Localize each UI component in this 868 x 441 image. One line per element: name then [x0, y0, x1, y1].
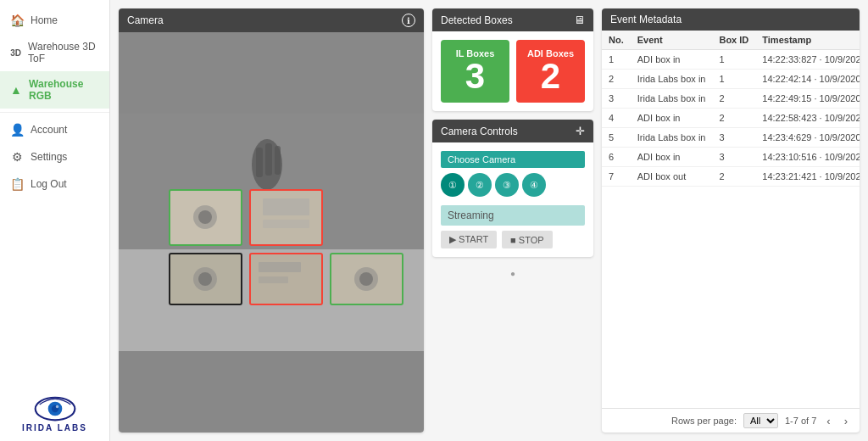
table-cell-box_id: 3 — [712, 148, 755, 167]
table-row: 4ADI box in214:22:58:423 · 10/9/2020 — [602, 109, 860, 128]
move-icon: ✛ — [576, 125, 585, 137]
dot-indicator: ● — [432, 265, 593, 282]
col-timestamp: Timestamp — [755, 31, 860, 50]
svg-rect-16 — [263, 198, 309, 215]
table-cell-no: 3 — [602, 89, 631, 109]
rows-per-page-label: Rows per page: — [671, 416, 737, 426]
camera-btn-2[interactable]: ② — [468, 173, 492, 197]
screen-icon: 🖥 — [574, 14, 585, 26]
home-icon: 🏠 — [10, 14, 24, 27]
content-area: Camera ℹ — [110, 0, 868, 441]
event-metadata-panel: Event Metadata No. Event Box ID Timestam… — [602, 8, 860, 433]
table-cell-timestamp: 14:23:10:516 · 10/9/2020 — [755, 148, 860, 167]
adi-boxes-card: ADI Boxes 2 — [516, 40, 585, 103]
camera-btn-4[interactable]: ④ — [522, 173, 546, 197]
table-cell-event: ADI box in — [631, 109, 713, 128]
camera-title: Camera — [127, 14, 164, 26]
table-cell-no: 2 — [602, 70, 631, 89]
adi-boxes-count: 2 — [541, 59, 560, 94]
rows-per-page-select[interactable]: All 5 10 — [743, 413, 778, 428]
table-cell-timestamp: 14:23:21:421 · 10/9/2020 — [755, 167, 860, 187]
sidebar-label-logout: Log Out — [31, 178, 67, 190]
camera-buttons: ① ② ③ ④ — [441, 173, 585, 197]
sidebar: 🏠 Home 3D Warehouse 3D ToF ▲ Warehouse R… — [0, 0, 110, 441]
svg-point-25 — [359, 272, 373, 286]
event-table-header-row: No. Event Box ID Timestamp — [602, 31, 860, 50]
sidebar-label-warehousergb: Warehouse RGB — [29, 78, 99, 102]
table-cell-event: ADI box in — [631, 50, 713, 70]
svg-rect-9 — [275, 146, 281, 175]
settings-icon: ⚙ — [10, 150, 24, 164]
camera-btn-1[interactable]: ① — [441, 173, 465, 197]
sidebar-label-settings: Settings — [31, 151, 67, 163]
prev-page-button[interactable]: ‹ — [823, 414, 833, 428]
sidebar-item-logout[interactable]: 📋 Log Out — [0, 170, 109, 198]
sidebar-item-account[interactable]: 👤 Account — [0, 116, 109, 143]
table-cell-event: Irida Labs box in — [631, 128, 713, 148]
table-cell-box_id: 1 — [712, 70, 755, 89]
sidebar-item-home[interactable]: 🏠 Home — [0, 7, 109, 34]
table-cell-box_id: 2 — [712, 89, 755, 109]
svg-rect-14 — [250, 190, 322, 245]
svg-rect-7 — [256, 148, 263, 177]
3d-icon: 3D — [10, 46, 21, 59]
sidebar-item-settings[interactable]: ⚙ Settings — [0, 143, 109, 170]
table-cell-no: 4 — [602, 109, 631, 128]
table-cell-timestamp: 14:22:49:15 · 10/9/2020 — [755, 89, 860, 109]
camera-controls-header: Camera Controls ✛ — [432, 120, 593, 142]
sidebar-item-warehousergb[interactable]: ▲ Warehouse RGB — [0, 71, 109, 109]
table-cell-no: 1 — [602, 50, 631, 70]
event-table-container: No. Event Box ID Timestamp 1ADI box in11… — [602, 31, 860, 408]
logout-icon: 📋 — [10, 177, 24, 191]
camera-panel-header: Camera ℹ — [119, 8, 424, 32]
event-table-body: 1ADI box in114:22:33:827 · 10/9/20202Iri… — [602, 50, 860, 187]
svg-point-29 — [198, 272, 212, 286]
event-metadata-header: Event Metadata — [602, 8, 860, 31]
sidebar-label-home: Home — [31, 14, 58, 26]
logo-area: IRIDA LABS — [0, 383, 109, 441]
sidebar-divider — [0, 112, 109, 113]
triangle-icon: ▲ — [10, 83, 22, 97]
il-boxes-card: IL Boxes 3 — [441, 40, 509, 103]
logo-text: IRIDA LABS — [22, 423, 87, 433]
col-event: Event — [631, 31, 713, 50]
table-row: 3Irida Labs box in214:22:49:15 · 10/9/20… — [602, 89, 860, 109]
table-cell-timestamp: 14:23:4:629 · 10/9/2020 — [755, 128, 860, 148]
sidebar-item-warehouse3d[interactable]: 3D Warehouse 3D ToF — [0, 34, 109, 71]
account-icon: 👤 — [10, 123, 24, 137]
start-button[interactable]: ▶ START — [441, 231, 497, 248]
right-panels: Detected Boxes 🖥 IL Boxes 3 ADI Boxes 2 — [432, 8, 593, 433]
next-page-button[interactable]: › — [841, 414, 851, 428]
table-cell-no: 5 — [602, 128, 631, 148]
main-content: Camera ℹ — [110, 0, 868, 441]
table-cell-event: ADI box out — [631, 167, 713, 187]
sidebar-label-warehouse3d: Warehouse 3D ToF — [28, 41, 99, 64]
table-cell-box_id: 2 — [712, 109, 755, 128]
event-table-head: No. Event Box ID Timestamp — [602, 31, 860, 50]
camera-btn-3[interactable]: ③ — [495, 173, 519, 197]
page-info: 1-7 of 7 — [785, 416, 816, 426]
col-no: No. — [602, 31, 631, 50]
boxes-grid: IL Boxes 3 ADI Boxes 2 — [432, 31, 593, 111]
camera-controls-panel: Camera Controls ✛ Choose Camera ① ② ③ ④ … — [432, 120, 593, 257]
table-cell-box_id: 3 — [712, 128, 755, 148]
streaming-label: Streaming — [441, 205, 585, 226]
table-cell-timestamp: 14:22:42:14 · 10/9/2020 — [755, 70, 860, 89]
camera-feed — [119, 32, 424, 433]
col-boxid: Box ID — [712, 31, 755, 50]
sidebar-label-account: Account — [31, 124, 67, 136]
camera-content — [119, 32, 424, 433]
table-row: 7ADI box out214:23:21:421 · 10/9/2020 — [602, 167, 860, 187]
controls-body: Choose Camera ① ② ③ ④ Streaming ▶ START … — [432, 142, 593, 257]
detected-boxes-panel: Detected Boxes 🖥 IL Boxes 3 ADI Boxes 2 — [432, 8, 593, 111]
table-cell-timestamp: 14:22:58:423 · 10/9/2020 — [755, 109, 860, 128]
table-cell-box_id: 2 — [712, 167, 755, 187]
il-boxes-count: 3 — [465, 59, 485, 94]
choose-camera-label: Choose Camera — [441, 151, 585, 168]
stop-button[interactable]: ■ STOP — [502, 231, 552, 248]
table-row: 1ADI box in114:22:33:827 · 10/9/2020 — [602, 50, 860, 70]
table-cell-event: Irida Labs box in — [631, 70, 713, 89]
detected-boxes-header: Detected Boxes 🖥 — [432, 8, 593, 31]
table-cell-event: Irida Labs box in — [631, 89, 713, 109]
camera-controls-title: Camera Controls — [441, 126, 518, 137]
